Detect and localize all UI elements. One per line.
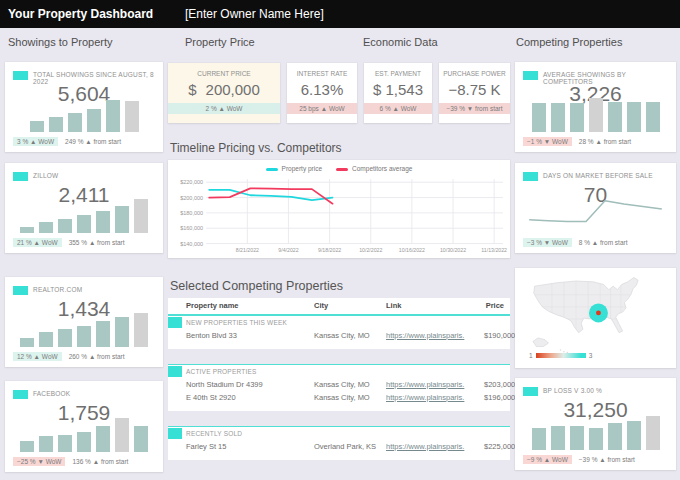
econ-value: 6.13% <box>287 81 357 98</box>
kpi-card-days-on-market: DAYS ON MARKET BEFORE SALE 70 −3 % ▼ WoW… <box>515 163 676 253</box>
dashboard-title: Your Property Dashboard <box>8 0 153 28</box>
bar <box>96 426 110 452</box>
svg-text:11/13/2022: 11/13/2022 <box>481 247 507 253</box>
bar <box>39 222 53 233</box>
bar <box>627 421 641 450</box>
days-on-market-sparkline <box>525 195 666 233</box>
bar <box>39 436 53 452</box>
city: Kansas City, MO <box>314 391 386 404</box>
from-start-label: 136 % ▲ from start <box>72 458 128 465</box>
wow-badge: 21 % ▲ WoW <box>13 238 62 247</box>
wow-badge: −9 % ▲ WoW <box>523 455 572 464</box>
bar <box>87 109 101 132</box>
econ-title: EST. PAYMENT <box>364 70 432 77</box>
kpi-title: BP LOSS V 3.00 % <box>543 387 672 394</box>
bar <box>134 199 148 233</box>
bar <box>646 102 660 132</box>
bar <box>589 98 603 132</box>
kpi-title: FACEBOOK <box>33 390 159 397</box>
kpi-card-facebook: FACEBOOK 1,759 −25 % ▼ WoW 136 % ▲ from … <box>5 381 163 472</box>
kpi-title: ZILLOW <box>33 172 159 179</box>
kpi-card-bp-loss: BP LOSS V 3.00 % 31,250 −9 % ▲ WoW −39 %… <box>515 378 676 470</box>
bar <box>551 426 565 450</box>
property-link[interactable]: https://www.plainsparis. <box>386 380 464 389</box>
table-header-row: Property nameCityLinkPrice <box>168 298 510 315</box>
bar <box>608 423 622 450</box>
bar <box>627 102 641 132</box>
table-title: Selected Competing Properties <box>170 279 343 293</box>
kpi-card-avg-showings-competitors: AVERAGE SHOWINGS BY COMPETITORS 3,226 −1… <box>515 62 676 152</box>
kpi-card-total-showings: TOTAL SHOWINGS SINCE AUGUST, 8 2022 5,60… <box>5 62 163 152</box>
bar <box>608 102 622 132</box>
bar <box>125 101 139 132</box>
price: $196,000 <box>484 391 515 404</box>
property-link[interactable]: https://www.plainsparis. <box>386 442 464 451</box>
svg-text:9/18/2022: 9/18/2022 <box>318 247 341 253</box>
property-name: Farley St 15 <box>186 440 314 453</box>
bar <box>20 441 34 452</box>
wow-badge: 12 % ▲ WoW <box>13 352 62 361</box>
kpi-card-realtor: REALTOR.COM 1,434 12 % ▲ WoW 260 % ▲ fro… <box>5 277 163 367</box>
svg-text:10/30/2022: 10/30/2022 <box>440 247 466 253</box>
column-header: Link <box>386 298 484 314</box>
owner-name-field[interactable]: [Enter Owner Name Here] <box>185 0 324 28</box>
group-label: ACTIVE PROPERTIES <box>168 365 510 378</box>
table-group: RECENTLY SOLDFarley St 15Overland Park, … <box>168 426 510 460</box>
legend-item-competitors-average: Competitors average <box>336 165 412 172</box>
alaska-shape <box>533 338 549 347</box>
bar <box>115 418 129 452</box>
table-row: North Stadium Dr 4399Kansas City, MOhttp… <box>168 378 510 391</box>
bar <box>570 426 584 450</box>
weekly-bar-chart <box>17 197 151 233</box>
competing-table-body: NEW PROPERTIES THIS WEEKBenton Blvd 33Ka… <box>168 315 510 460</box>
property-link[interactable]: https://www.plainsparis. <box>386 393 464 402</box>
property-link[interactable]: https://www.plainsparis. <box>386 331 464 340</box>
price: $203,000 <box>484 378 515 391</box>
property-name: North Stadium Dr 4399 <box>186 378 314 391</box>
svg-text:$180,000: $180,000 <box>180 210 203 216</box>
city: Kansas City, MO <box>314 378 386 391</box>
bar <box>646 416 660 450</box>
from-start-label: −39 % ▲ from start <box>579 456 635 463</box>
teal-square-icon <box>168 366 182 377</box>
group-label: NEW PROPERTIES THIS WEEK <box>168 316 510 329</box>
delta-strip: 2 % ▲ WoW <box>168 103 280 114</box>
city: Kansas City, MO <box>314 329 386 342</box>
column-header: City <box>314 298 386 314</box>
svg-text:9/4/2022: 9/4/2022 <box>278 247 298 253</box>
econ-card-est-payment: EST. PAYMENT $ 1,543 6 % ▲ WoW <box>364 63 432 123</box>
top-bar: Your Property Dashboard [Enter Owner Nam… <box>0 0 680 28</box>
legend-item-property-price: Property price <box>266 165 322 172</box>
bar <box>58 219 72 233</box>
econ-title: CURRENT PRICE <box>168 70 280 77</box>
bar <box>68 113 82 132</box>
us-map <box>526 274 664 357</box>
teal-square-icon <box>523 387 538 396</box>
bar <box>551 103 565 132</box>
section-header-price: Property Price <box>185 36 255 48</box>
wow-badge: 3 % ▲ WoW <box>13 137 58 146</box>
teal-square-icon <box>523 172 538 181</box>
weekly-bar-chart <box>17 311 151 347</box>
wow-badge: −1 % ▼ WoW <box>523 137 572 146</box>
from-start-label: 8 % ▲ from start <box>579 239 628 246</box>
weekly-bar-chart <box>17 416 151 452</box>
color-gradient-bar <box>536 353 586 358</box>
svg-text:$160,000: $160,000 <box>180 225 203 231</box>
svg-text:$220,000: $220,000 <box>180 179 203 185</box>
section-header-showings: Showings to Property <box>8 36 113 48</box>
table-group: NEW PROPERTIES THIS WEEKBenton Blvd 33Ka… <box>168 315 510 349</box>
from-start-label: 355 % ▲ from start <box>69 239 125 246</box>
econ-card-purchase-power: PURCHASE POWER −8.75 K −39 % ▼ from star… <box>439 63 510 123</box>
timeline-line-chart: $220,000$200,000$180,000$160,000$140,000… <box>170 175 508 256</box>
map-card: 1 3 <box>515 268 676 368</box>
bar <box>115 317 129 347</box>
section-header-competing: Competing Properties <box>516 36 622 48</box>
delta-strip: 25 bps ▲ WoW <box>287 103 357 114</box>
bar <box>30 121 44 132</box>
bar <box>58 329 72 347</box>
kpi-card-zillow: ZILLOW 2,411 21 % ▲ WoW 355 % ▲ from sta… <box>5 163 163 253</box>
teal-square-icon <box>168 428 182 439</box>
econ-card-interest-rate: INTEREST RATE 6.13% 25 bps ▲ WoW <box>287 63 357 123</box>
weekly-bar-chart <box>17 96 151 132</box>
